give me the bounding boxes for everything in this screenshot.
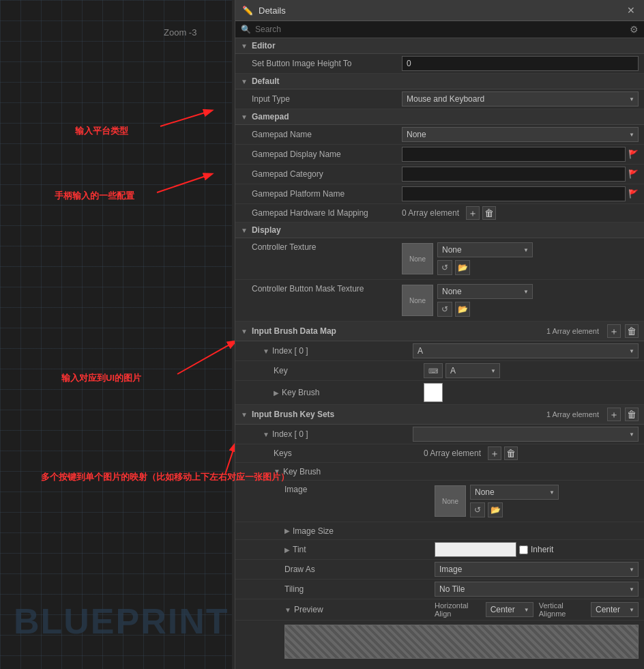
gamepad-platform-name-label: Gamepad Platform Name — [252, 189, 402, 199]
input-type-row: Input Type Mouse and Keyboard Gamepad To… — [235, 89, 644, 109]
set-button-image-height-input[interactable] — [402, 56, 639, 71]
controller-texture-controls: None ↺ 📂 — [437, 242, 533, 275]
ibdm-key-brush-arrow[interactable]: ▶ — [274, 389, 279, 397]
ibks-image-select[interactable]: None — [470, 485, 559, 500]
ibks-keys-remove[interactable]: 🗑 — [504, 446, 518, 460]
ibks-tint-label: ▶ Tint — [284, 545, 435, 554]
ibdm-key-brush-row: ▶ Key Brush — [235, 381, 644, 405]
flag-icon-2: 🚩 — [628, 169, 639, 179]
gamepad-hw-id-controls: ＋ 🗑 — [466, 206, 496, 220]
search-input[interactable] — [255, 25, 626, 34]
ibks-keys-add[interactable]: ＋ — [488, 446, 501, 460]
controller-texture-icon-row: ↺ 📂 — [437, 260, 533, 275]
ibks-v-align-select[interactable]: Center Top Bottom — [591, 602, 639, 617]
section-gamepad[interactable]: ▼ Gamepad — [235, 109, 644, 125]
ibks-h-align-label: Horizontal Align — [435, 601, 482, 618]
gamepad-name-value: None — [402, 127, 639, 142]
section-display[interactable]: ▼ Display — [235, 223, 644, 238]
ibks-image-thumb[interactable]: None — [435, 485, 466, 517]
ibdm-key-value: ⌨ A — [424, 363, 639, 378]
ibks-inherit-label: Inherit — [531, 545, 553, 554]
ibks-v-align-label: Vertical Alignme — [539, 601, 587, 618]
controller-button-mask-controls: None ↺ 📂 — [437, 284, 533, 317]
ibks-preview-area — [284, 625, 639, 659]
controller-button-mask-row: Controller Button Mask Texture None None — [235, 280, 644, 322]
ibks-draw-as-select[interactable]: Image Box Border — [435, 562, 639, 577]
gamepad-hw-id-value: 0 Array element ＋ 🗑 — [402, 206, 639, 220]
ibdm-index-row: ▼ Index [ 0 ] A — [235, 341, 644, 361]
blueprint-watermark: BLUEPRINT — [14, 601, 229, 642]
input-type-select[interactable]: Mouse and Keyboard Gamepad Touch — [402, 91, 639, 106]
ibks-index-arrow: ▼ — [263, 431, 269, 438]
controller-texture-refresh-btn[interactable]: ↺ — [437, 260, 452, 275]
input-brush-key-sets-add[interactable]: ＋ — [607, 408, 621, 421]
ibks-image-select-row: None — [470, 485, 559, 500]
ibdm-key-row: Key ⌨ A — [235, 361, 644, 381]
ibks-keys-value: 0 Array element ＋ 🗑 — [424, 446, 639, 460]
gamepad-display-name-value: 🚩 — [402, 147, 639, 162]
ibks-key-brush-row: ▼ Key Brush — [235, 463, 644, 481]
section-default[interactable]: ▼ Default — [235, 74, 644, 89]
ibdm-index-value: A — [413, 343, 639, 358]
section-input-brush-key-sets-label: Input Brush Key Sets — [252, 410, 334, 419]
ibks-index-select[interactable] — [413, 427, 639, 442]
flag-icon-3: 🚩 — [628, 189, 639, 199]
input-brush-data-map-count: 1 Array element — [546, 327, 599, 335]
ibks-key-brush-label: ▼ Key Brush — [274, 467, 424, 476]
controller-button-mask-browse-btn[interactable]: 📂 — [455, 302, 470, 317]
controller-texture-select[interactable]: None — [437, 242, 533, 257]
gamepad-category-value: 🚩 — [402, 167, 639, 182]
gamepad-hw-id-text: 0 Array element — [402, 208, 459, 218]
blueprint-background: BLUEPRINT — [0, 0, 232, 669]
gamepad-display-name-label: Gamepad Display Name — [252, 150, 402, 159]
close-button[interactable]: ✕ — [625, 4, 637, 16]
ibks-preview-align: Horizontal Align Center Left Right Verti… — [435, 601, 639, 618]
controller-texture-browse-btn[interactable]: 📂 — [455, 260, 470, 275]
controller-button-mask-select-row: None — [437, 284, 533, 299]
input-brush-data-map-remove[interactable]: 🗑 — [625, 324, 639, 338]
gamepad-hw-id-remove[interactable]: 🗑 — [482, 206, 496, 220]
ibks-image-select-wrapper: None — [470, 485, 559, 500]
section-input-brush-key-sets[interactable]: ▼ Input Brush Key Sets 1 Array element ＋… — [235, 405, 644, 425]
ibks-image-value: None None ↺ 📂 — [435, 485, 639, 517]
gamepad-name-select[interactable]: None — [402, 127, 639, 142]
ibks-tiling-select[interactable]: No Tile Horizontal Vertical Both — [435, 582, 639, 597]
ibdm-index-text: Index [ 0 ] — [272, 346, 308, 356]
edit-icon: ✏️ — [242, 5, 253, 16]
controller-texture-select-row: None — [437, 242, 533, 257]
gamepad-name-select-wrapper: None — [402, 127, 639, 142]
ibks-image-size-arrow[interactable]: ▶ — [284, 527, 290, 535]
ibks-index-select-wrapper — [413, 427, 639, 442]
input-brush-key-sets-remove[interactable]: 🗑 — [625, 408, 639, 421]
ibks-image-icon-row: ↺ 📂 — [470, 502, 559, 517]
ibks-image-refresh-btn[interactable]: ↺ — [470, 502, 485, 517]
input-type-value: Mouse and Keyboard Gamepad Touch — [402, 91, 639, 106]
controller-button-mask-select[interactable]: None — [437, 284, 533, 299]
settings-icon[interactable]: ⚙ — [630, 24, 639, 35]
ibks-h-align-select[interactable]: Center Left Right — [486, 602, 533, 617]
gamepad-name-row: Gamepad Name None — [235, 125, 644, 145]
controller-texture-thumb[interactable]: None — [402, 243, 433, 274]
input-brush-data-map-add[interactable]: ＋ — [607, 324, 621, 338]
ibks-tint-row: ▶ Tint Inherit — [235, 540, 644, 560]
section-editor[interactable]: ▼ Editor — [235, 38, 644, 54]
ibdm-index-select[interactable]: A — [413, 343, 639, 358]
controller-button-mask-refresh-btn[interactable]: ↺ — [437, 302, 452, 317]
ibdm-key-select-wrapper: A — [445, 363, 500, 378]
ibks-inherit-checkbox[interactable] — [519, 545, 528, 554]
ibks-h-align-select-wrapper: Center Left Right — [486, 602, 533, 617]
section-input-brush-data-map[interactable]: ▼ Input Brush Data Map 1 Array element ＋… — [235, 322, 644, 341]
ibks-tint-arrow[interactable]: ▶ — [284, 546, 290, 554]
search-bar: 🔍 ⚙ — [235, 21, 644, 38]
ibks-tint-value: Inherit — [435, 542, 639, 557]
ibks-image-label: Image — [284, 485, 435, 494]
ibdm-key-select[interactable]: A — [445, 363, 500, 378]
ibks-keys-label: Keys — [274, 449, 424, 458]
ibdm-key-brush-preview — [424, 383, 443, 402]
ibks-image-browse-btn[interactable]: 📂 — [488, 502, 503, 517]
ibks-tint-color-picker[interactable] — [435, 542, 516, 557]
controller-button-mask-thumb[interactable]: None — [402, 285, 433, 316]
set-button-image-height-row: Set Button Image Height To — [235, 54, 644, 74]
gamepad-hw-id-add[interactable]: ＋ — [466, 206, 480, 220]
ibks-index-row: ▼ Index [ 0 ] — [235, 425, 644, 444]
